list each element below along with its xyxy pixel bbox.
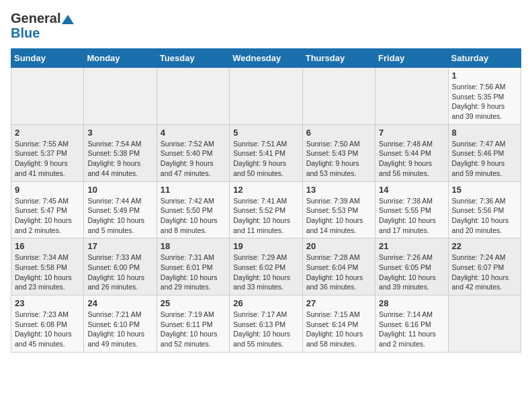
calendar-cell — [302, 68, 375, 125]
day-info: Sunrise: 7:50 AM Sunset: 5:43 PM Dayligh… — [306, 139, 371, 179]
day-number: 6 — [306, 128, 371, 138]
calendar-cell: 7Sunrise: 7:48 AM Sunset: 5:44 PM Daylig… — [375, 124, 448, 181]
calendar-cell: 9Sunrise: 7:45 AM Sunset: 5:47 PM Daylig… — [11, 181, 84, 238]
calendar-cell: 13Sunrise: 7:39 AM Sunset: 5:53 PM Dayli… — [302, 181, 375, 238]
calendar-cell: 11Sunrise: 7:42 AM Sunset: 5:50 PM Dayli… — [157, 181, 229, 238]
calendar-cell: 3Sunrise: 7:54 AM Sunset: 5:38 PM Daylig… — [84, 124, 157, 181]
calendar-cell: 23Sunrise: 7:23 AM Sunset: 6:08 PM Dayli… — [11, 295, 84, 353]
day-number: 11 — [161, 185, 226, 195]
calendar-cell: 22Sunrise: 7:24 AM Sunset: 6:07 PM Dayli… — [448, 238, 521, 295]
day-info: Sunrise: 7:48 AM Sunset: 5:44 PM Dayligh… — [379, 139, 444, 179]
calendar-cell: 20Sunrise: 7:28 AM Sunset: 6:04 PM Dayli… — [302, 238, 375, 295]
logo-text-line2: Blue — [11, 26, 74, 40]
day-number: 16 — [15, 241, 80, 251]
calendar-cell: 21Sunrise: 7:26 AM Sunset: 6:05 PM Dayli… — [375, 238, 448, 295]
calendar-cell: 8Sunrise: 7:47 AM Sunset: 5:46 PM Daylig… — [448, 124, 521, 181]
column-header-friday: Friday — [375, 49, 448, 68]
calendar-cell: 15Sunrise: 7:36 AM Sunset: 5:56 PM Dayli… — [448, 181, 521, 238]
day-number: 3 — [87, 128, 152, 138]
calendar-week-row: 16Sunrise: 7:34 AM Sunset: 5:58 PM Dayli… — [11, 238, 521, 295]
day-number: 18 — [161, 241, 226, 251]
calendar-cell: 12Sunrise: 7:41 AM Sunset: 5:52 PM Dayli… — [230, 181, 302, 238]
logo: General Blue — [11, 11, 74, 40]
day-info: Sunrise: 7:54 AM Sunset: 5:38 PM Dayligh… — [87, 139, 152, 179]
calendar-cell: 16Sunrise: 7:34 AM Sunset: 5:58 PM Dayli… — [11, 238, 84, 295]
day-number: 8 — [452, 128, 517, 138]
day-info: Sunrise: 7:23 AM Sunset: 6:08 PM Dayligh… — [15, 310, 80, 349]
calendar-cell: 14Sunrise: 7:38 AM Sunset: 5:55 PM Dayli… — [375, 181, 448, 238]
column-header-wednesday: Wednesday — [230, 49, 302, 68]
day-number: 28 — [379, 298, 444, 308]
day-number: 14 — [379, 185, 444, 195]
calendar-cell — [157, 68, 229, 125]
day-info: Sunrise: 7:41 AM Sunset: 5:52 PM Dayligh… — [233, 196, 298, 236]
day-info: Sunrise: 7:38 AM Sunset: 5:55 PM Dayligh… — [379, 196, 444, 236]
calendar-week-row: 23Sunrise: 7:23 AM Sunset: 6:08 PM Dayli… — [11, 295, 521, 353]
day-number: 25 — [161, 298, 226, 308]
calendar-cell — [84, 68, 157, 125]
day-number: 9 — [15, 185, 80, 195]
day-info: Sunrise: 7:33 AM Sunset: 6:00 PM Dayligh… — [87, 253, 152, 292]
calendar-cell — [230, 68, 302, 125]
day-number: 27 — [306, 298, 371, 308]
column-header-sunday: Sunday — [11, 49, 84, 68]
day-number: 5 — [233, 128, 298, 138]
day-number: 21 — [379, 241, 444, 251]
day-number: 13 — [306, 185, 371, 195]
calendar-cell: 27Sunrise: 7:15 AM Sunset: 6:14 PM Dayli… — [302, 295, 375, 353]
day-number: 23 — [15, 298, 80, 308]
svg-marker-0 — [62, 15, 74, 24]
day-info: Sunrise: 7:24 AM Sunset: 6:07 PM Dayligh… — [452, 253, 517, 292]
column-header-saturday: Saturday — [448, 49, 521, 68]
calendar-cell: 5Sunrise: 7:51 AM Sunset: 5:41 PM Daylig… — [230, 124, 302, 181]
calendar-week-row: 2Sunrise: 7:55 AM Sunset: 5:37 PM Daylig… — [11, 124, 521, 181]
day-info: Sunrise: 7:21 AM Sunset: 6:10 PM Dayligh… — [87, 310, 152, 349]
calendar-cell: 4Sunrise: 7:52 AM Sunset: 5:40 PM Daylig… — [157, 124, 229, 181]
day-info: Sunrise: 7:34 AM Sunset: 5:58 PM Dayligh… — [15, 253, 80, 292]
column-header-tuesday: Tuesday — [157, 49, 229, 68]
day-info: Sunrise: 7:52 AM Sunset: 5:40 PM Dayligh… — [161, 139, 226, 179]
calendar-cell: 26Sunrise: 7:17 AM Sunset: 6:13 PM Dayli… — [230, 295, 302, 353]
day-info: Sunrise: 7:28 AM Sunset: 6:04 PM Dayligh… — [306, 253, 371, 292]
day-info: Sunrise: 7:56 AM Sunset: 5:35 PM Dayligh… — [452, 82, 517, 122]
logo-text-line1: General — [11, 11, 74, 26]
day-info: Sunrise: 7:55 AM Sunset: 5:37 PM Dayligh… — [15, 139, 80, 179]
day-info: Sunrise: 7:15 AM Sunset: 6:14 PM Dayligh… — [306, 310, 371, 349]
day-info: Sunrise: 7:45 AM Sunset: 5:47 PM Dayligh… — [15, 196, 80, 236]
day-info: Sunrise: 7:44 AM Sunset: 5:49 PM Dayligh… — [87, 196, 152, 236]
day-info: Sunrise: 7:47 AM Sunset: 5:46 PM Dayligh… — [452, 139, 517, 179]
day-number: 7 — [379, 128, 444, 138]
calendar-cell: 6Sunrise: 7:50 AM Sunset: 5:43 PM Daylig… — [302, 124, 375, 181]
calendar-cell — [448, 295, 521, 353]
day-number: 2 — [15, 128, 80, 138]
day-info: Sunrise: 7:36 AM Sunset: 5:56 PM Dayligh… — [452, 196, 517, 236]
day-number: 20 — [306, 241, 371, 251]
day-number: 12 — [233, 185, 298, 195]
day-info: Sunrise: 7:51 AM Sunset: 5:41 PM Dayligh… — [233, 139, 298, 179]
day-info: Sunrise: 7:17 AM Sunset: 6:13 PM Dayligh… — [233, 310, 298, 349]
day-number: 24 — [87, 298, 152, 308]
calendar-cell — [375, 68, 448, 125]
calendar-cell: 2Sunrise: 7:55 AM Sunset: 5:37 PM Daylig… — [11, 124, 84, 181]
column-header-monday: Monday — [84, 49, 157, 68]
calendar-cell: 19Sunrise: 7:29 AM Sunset: 6:02 PM Dayli… — [230, 238, 302, 295]
day-number: 15 — [452, 185, 517, 195]
calendar-cell: 10Sunrise: 7:44 AM Sunset: 5:49 PM Dayli… — [84, 181, 157, 238]
calendar-cell: 25Sunrise: 7:19 AM Sunset: 6:11 PM Dayli… — [157, 295, 229, 353]
calendar-cell: 17Sunrise: 7:33 AM Sunset: 6:00 PM Dayli… — [84, 238, 157, 295]
day-number: 17 — [87, 241, 152, 251]
day-info: Sunrise: 7:19 AM Sunset: 6:11 PM Dayligh… — [161, 310, 226, 349]
calendar-cell: 24Sunrise: 7:21 AM Sunset: 6:10 PM Dayli… — [84, 295, 157, 353]
day-info: Sunrise: 7:42 AM Sunset: 5:50 PM Dayligh… — [161, 196, 226, 236]
column-header-thursday: Thursday — [302, 49, 375, 68]
day-info: Sunrise: 7:39 AM Sunset: 5:53 PM Dayligh… — [306, 196, 371, 236]
calendar-cell: 28Sunrise: 7:14 AM Sunset: 6:16 PM Dayli… — [375, 295, 448, 353]
day-number: 4 — [161, 128, 226, 138]
day-info: Sunrise: 7:31 AM Sunset: 6:01 PM Dayligh… — [161, 253, 226, 292]
page-header: General Blue — [11, 11, 521, 40]
calendar-cell: 18Sunrise: 7:31 AM Sunset: 6:01 PM Dayli… — [157, 238, 229, 295]
calendar-cell — [11, 68, 84, 125]
day-number: 10 — [87, 185, 152, 195]
day-info: Sunrise: 7:26 AM Sunset: 6:05 PM Dayligh… — [379, 253, 444, 292]
day-number: 26 — [233, 298, 298, 308]
